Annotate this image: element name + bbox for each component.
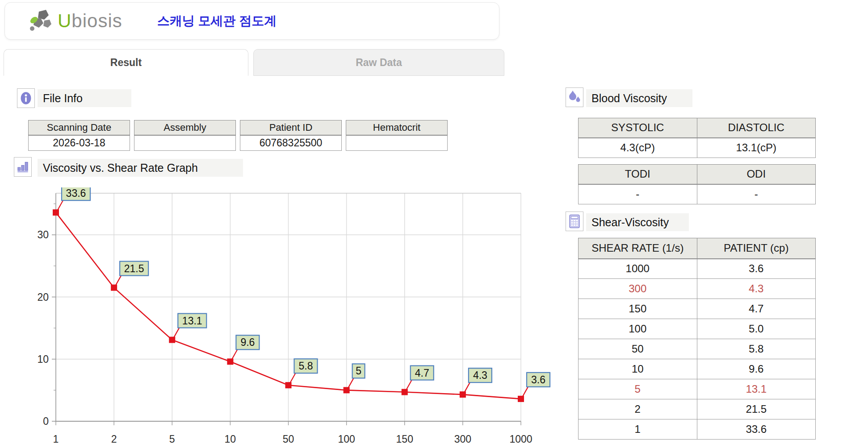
todi-value: -: [579, 184, 697, 204]
shear-rate-column-header: SHEAR RATE (1/s): [579, 238, 697, 259]
svg-text:9.6: 9.6: [240, 336, 255, 348]
blood-drops-icon: [568, 90, 581, 104]
blood-viscosity-icon-box: [566, 87, 583, 107]
svg-text:5: 5: [356, 365, 361, 377]
table-row: 505.8: [579, 339, 816, 359]
hematocrit-header: Hematocrit: [346, 120, 448, 135]
table-row: 3004.3: [579, 279, 816, 299]
shear-rate-cell: 10: [579, 359, 697, 379]
blood-viscosity-section-title: Blood Viscosity: [586, 89, 692, 107]
ubiosis-leaf-icon: [28, 8, 57, 34]
shear-viscosity-table: SHEAR RATE (1/s) PATIENT (cp) 10003.6 30…: [578, 238, 816, 440]
svg-text:300: 300: [454, 433, 471, 444]
patient-id-header: Patient ID: [240, 120, 342, 135]
tab-result[interactable]: Result: [4, 49, 248, 76]
svg-text:10: 10: [37, 353, 49, 365]
svg-text:100: 100: [338, 433, 355, 444]
svg-text:3.6: 3.6: [531, 374, 545, 386]
svg-text:50: 50: [283, 433, 294, 444]
bar-chart-icon: [17, 160, 29, 174]
patient-cell: 9.6: [697, 359, 816, 379]
shear-rate-cell: 2: [579, 399, 697, 419]
scanning-date-value: 2026-03-18: [29, 135, 130, 151]
svg-text:1000: 1000: [509, 433, 532, 444]
shear-rate-cell: 300: [579, 279, 697, 299]
svg-text:20: 20: [37, 291, 49, 303]
file-info-icon-box: [17, 88, 35, 108]
svg-text:1: 1: [53, 433, 59, 444]
patient-cell: 13.1: [697, 379, 816, 399]
svg-text:13.1: 13.1: [182, 315, 202, 327]
svg-text:4.3: 4.3: [473, 369, 487, 381]
shear-rate-cell: 150: [579, 299, 697, 319]
file-info-hematocrit-table: Hematocrit: [346, 120, 448, 151]
svg-text:5: 5: [169, 433, 175, 444]
file-info-patient-id-table: Patient ID 60768325500: [240, 120, 342, 151]
svg-text:21.5: 21.5: [124, 263, 144, 274]
table-row: 133.6: [579, 419, 816, 440]
shear-rate-cell: 50: [579, 339, 697, 359]
svg-text:150: 150: [396, 433, 413, 444]
patient-cell: 5.8: [697, 339, 816, 359]
shear-viscosity-section-title: Shear-Viscosity: [586, 213, 689, 231]
table-row: 10003.6: [579, 259, 816, 279]
svg-text:30: 30: [37, 229, 49, 241]
shear-rate-cell: 1000: [579, 259, 697, 279]
graph-icon-box: [14, 157, 32, 177]
patient-cell: 21.5: [697, 399, 816, 419]
patient-cell: 33.6: [697, 419, 816, 440]
file-info-scanning-date-table: Scanning Date 2026-03-18: [28, 120, 130, 151]
patient-column-header: PATIENT (cp): [697, 238, 816, 259]
svg-text:5.8: 5.8: [299, 360, 313, 372]
file-info-assembly-table: Assembly: [134, 120, 236, 151]
tab-raw-data-label: Raw Data: [356, 57, 402, 69]
svg-text:4.7: 4.7: [415, 367, 429, 379]
logo-u: U: [58, 10, 71, 31]
patient-cell: 3.6: [697, 259, 816, 279]
diastolic-value: 13.1(cP): [697, 138, 816, 158]
info-icon: [20, 91, 32, 105]
calculator-icon: [569, 214, 580, 228]
svg-text:33.6: 33.6: [66, 187, 86, 199]
patient-cell: 5.0: [697, 319, 816, 339]
systolic-diastolic-table: SYSTOLIC DIASTOLIC 4.3(cP) 13.1(cP): [578, 118, 816, 158]
logo-wordmark: Ubiosis: [58, 10, 122, 32]
assembly-value: [134, 135, 236, 151]
hematocrit-value: [346, 135, 448, 151]
table-row: 513.1: [579, 379, 816, 399]
shear-rate-cell: 100: [579, 319, 697, 339]
viscosity-chart-svg: 01020301251050100150300100033.621.513.19…: [27, 187, 556, 444]
svg-text:2: 2: [111, 433, 117, 444]
tab-raw-data[interactable]: Raw Data: [253, 49, 504, 76]
shear-rate-cell: 5: [579, 379, 697, 399]
header-bar: Ubiosis 스캐닝 모세관 점도계: [4, 2, 499, 40]
shear-rate-cell: 1: [579, 419, 697, 440]
todi-odi-table: TODI ODI - -: [578, 164, 816, 204]
svg-text:0: 0: [43, 415, 49, 427]
patient-id-value: 60768325500: [240, 135, 342, 151]
svg-text:10: 10: [225, 433, 236, 444]
systolic-value: 4.3(cP): [579, 138, 697, 158]
viscometer-result-page: Ubiosis 스캐닝 모세관 점도계 Result Raw Data File…: [0, 0, 868, 444]
app-title-korean: 스캐닝 모세관 점도계: [157, 12, 277, 29]
table-row: 221.5: [579, 399, 816, 419]
ubiosis-logo: Ubiosis: [28, 8, 122, 34]
logo-biosis: biosis: [71, 10, 122, 31]
table-row: 109.6: [579, 359, 816, 379]
systolic-header: SYSTOLIC: [579, 118, 697, 138]
todi-header: TODI: [579, 165, 697, 184]
graph-section-title: Viscosity vs. Shear Rate Graph: [38, 159, 243, 177]
odi-value: -: [697, 184, 816, 204]
odi-header: ODI: [697, 165, 816, 184]
patient-cell: 4.7: [697, 299, 816, 319]
shear-viscosity-icon-box: [566, 212, 583, 231]
table-row: 1504.7: [579, 299, 816, 319]
table-row: 1005.0: [579, 319, 816, 339]
viscosity-shear-chart: 01020301251050100150300100033.621.513.19…: [27, 187, 556, 444]
diastolic-header: DIASTOLIC: [697, 118, 816, 138]
scanning-date-header: Scanning Date: [29, 120, 130, 135]
tab-result-label: Result: [110, 57, 142, 69]
assembly-header: Assembly: [134, 120, 236, 135]
patient-cell: 4.3: [697, 279, 816, 299]
file-info-section-title: File Info: [38, 89, 131, 107]
